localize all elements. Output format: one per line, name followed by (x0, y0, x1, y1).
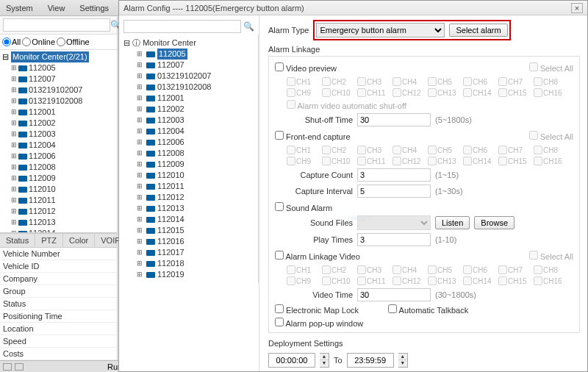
tree-item[interactable]: 112019 (123, 269, 254, 280)
channel-checkbox: CH6 (463, 146, 498, 154)
time-from-input[interactable] (268, 353, 315, 368)
device-item[interactable]: 112002 (2, 118, 115, 129)
vehicle-icon (146, 272, 155, 278)
close-icon[interactable]: × (571, 3, 583, 13)
tree-item[interactable]: 112012 (123, 192, 254, 203)
tab-color[interactable]: Color (63, 234, 95, 247)
video-preview-checkbox[interactable] (275, 62, 284, 71)
menu-view[interactable]: View (48, 4, 65, 12)
tab-ptz[interactable]: PTZ (35, 234, 63, 247)
video-time-input[interactable] (357, 288, 431, 301)
tree-item[interactable]: 112013 (123, 203, 254, 214)
channel-checkbox: CH16 (534, 88, 569, 97)
channel-checkbox: CH12 (392, 157, 428, 165)
channel-checkbox: CH10 (322, 88, 357, 97)
radio-all[interactable] (2, 37, 11, 46)
device-item[interactable]: 112013 (2, 217, 115, 228)
channel-checkbox: CH9 (287, 157, 322, 165)
vehicle-icon (146, 261, 155, 267)
listen-button[interactable]: Listen (435, 216, 470, 229)
time-to-input[interactable] (347, 353, 394, 368)
device-item[interactable]: 013219102007 (2, 85, 115, 96)
vehicle-icon (146, 162, 155, 168)
tree-search-icon[interactable]: 🔍 (243, 21, 254, 32)
device-item[interactable]: 112011 (2, 195, 115, 206)
tree-item[interactable]: 112001 (123, 93, 254, 104)
device-item[interactable]: 112006 (2, 151, 115, 162)
map-lock-checkbox[interactable] (275, 304, 284, 313)
sound-alarm-checkbox[interactable] (275, 202, 284, 211)
device-item[interactable]: 112014 (2, 228, 115, 233)
tree-item[interactable]: 112005 (123, 49, 254, 60)
status-icon-1[interactable] (3, 363, 12, 371)
tree-item[interactable]: 112011 (123, 181, 254, 192)
tree-item[interactable]: 013219102007 (123, 71, 254, 82)
device-item[interactable]: 013219102008 (2, 96, 115, 107)
info-tabs: Status PTZ Color VOIP (0, 233, 117, 248)
device-tree[interactable]: ⊟ Monitor Center(2/21) 11200511200701321… (0, 50, 117, 233)
linkage-video-checkbox[interactable] (275, 251, 284, 260)
menu-system[interactable]: System (6, 4, 33, 12)
channel-checkbox: CH15 (498, 276, 534, 285)
tab-status[interactable]: Status (0, 234, 35, 247)
capture-interval-input[interactable] (357, 185, 431, 198)
device-item[interactable]: 112008 (2, 162, 115, 173)
channel-checkbox: CH3 (357, 77, 392, 86)
channel-checkbox: CH4 (392, 146, 428, 154)
tree-item[interactable]: 112010 (123, 170, 254, 181)
tree-item[interactable]: 112004 (123, 126, 254, 137)
selectall-capture (529, 131, 538, 140)
select-alarm-button[interactable]: Select alarm (449, 24, 507, 37)
vehicle-tree[interactable]: ⊟ ⓘ Monitor Center 112005112007013219102… (119, 35, 259, 283)
tree-item[interactable]: 112014 (123, 214, 254, 225)
device-item[interactable]: 112012 (2, 206, 115, 217)
vehicle-icon (18, 198, 27, 204)
channel-checkbox: CH3 (357, 265, 392, 274)
tree-item[interactable]: 112008 (123, 148, 254, 159)
tree-item[interactable]: 112006 (123, 137, 254, 148)
device-root[interactable]: Monitor Center(2/21) (11, 51, 89, 62)
tree-item[interactable]: 112002 (123, 104, 254, 115)
popup-checkbox[interactable] (275, 318, 284, 326)
front-capture-checkbox[interactable] (275, 131, 284, 140)
auto-talkback-checkbox[interactable] (388, 304, 397, 313)
channel-checkbox: CH10 (322, 157, 357, 165)
radio-offline[interactable] (57, 37, 65, 46)
tree-item[interactable]: 112007 (123, 60, 254, 71)
radio-online[interactable] (22, 37, 31, 46)
device-item[interactable]: 112009 (2, 173, 115, 184)
vehicle-icon (146, 74, 155, 79)
alarm-type-select[interactable]: Emergercy button alarm (316, 23, 445, 37)
info-row: Positioning Time (0, 310, 117, 323)
tree-item[interactable]: 112003 (123, 115, 254, 126)
tree-search-input[interactable] (123, 20, 241, 33)
capture-count-input[interactable] (357, 168, 431, 182)
time-to-spinner[interactable]: ▲▼ (398, 353, 408, 368)
tree-item[interactable]: 112017 (123, 247, 254, 258)
device-item[interactable]: 112007 (2, 74, 115, 85)
channel-checkbox: CH5 (428, 265, 463, 274)
tree-item[interactable]: 112015 (123, 225, 254, 236)
browse-button[interactable]: Browse (474, 216, 514, 229)
channel-checkbox: CH2 (322, 77, 357, 86)
time-from-spinner[interactable]: ▲▼ (320, 353, 329, 368)
tree-item[interactable]: 013219102008 (123, 82, 254, 93)
channel-checkbox: CH9 (287, 88, 322, 97)
device-item[interactable]: 112004 (2, 140, 115, 151)
channel-checkbox: CH8 (534, 146, 569, 154)
device-item[interactable]: 112001 (2, 107, 115, 118)
tree-item[interactable]: 112018 (123, 258, 254, 269)
info-row: Status (0, 298, 117, 310)
device-item[interactable]: 112005 (2, 62, 115, 74)
config-pane: HKWY Alarm Type Emergercy button alarm S… (259, 15, 587, 371)
shutoff-time-input[interactable] (357, 113, 431, 126)
play-times-input[interactable] (357, 233, 431, 246)
menu-settings[interactable]: Settings (79, 4, 109, 12)
tree-item[interactable]: 112016 (123, 236, 254, 247)
tree-item[interactable]: 112009 (123, 159, 254, 170)
status-icon-2[interactable] (15, 363, 24, 371)
channel-checkbox: CH3 (357, 146, 392, 154)
device-search-input[interactable] (3, 18, 110, 32)
device-item[interactable]: 112010 (2, 184, 115, 195)
device-item[interactable]: 112003 (2, 129, 115, 140)
